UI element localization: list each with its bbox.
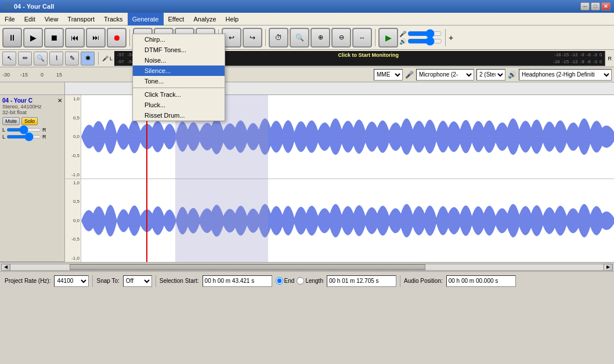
track-bit: 32-bit float	[2, 110, 62, 115]
api-dropdown[interactable]: MME	[374, 69, 403, 81]
output-volume-slider[interactable]	[407, 39, 442, 43]
maximize-button[interactable]: □	[591, 2, 600, 10]
vu-num2: -18	[553, 59, 560, 64]
speaker-icon: 🔊	[508, 71, 517, 79]
zoom-tool4[interactable]: ↔	[352, 28, 372, 48]
mic-input-icon: 🎤	[405, 71, 414, 79]
y-label-05: 0,5	[65, 115, 81, 121]
generate-risset-drum[interactable]: Risset Drum...	[133, 110, 225, 121]
menu-generate[interactable]: Generate	[128, 13, 164, 26]
scrollbar-thumb[interactable]	[70, 264, 425, 270]
end-radio[interactable]	[276, 277, 283, 285]
generate-silence[interactable]: Silence...	[133, 65, 225, 76]
redo-button[interactable]: ↪	[243, 28, 262, 48]
menu-view[interactable]: View	[40, 13, 63, 26]
zoom-tool2[interactable]: ⊕	[310, 28, 330, 48]
titlebar: 🎵 04 - Your Call ─ □ ✕	[0, 0, 614, 13]
input-device-dropdown[interactable]: Microphone (2-	[416, 69, 474, 81]
skip-back-button[interactable]: ⏮	[65, 28, 85, 48]
device-row: -30 -15 0 15 MME 🎤 Microphone (2- 2 (Ste…	[0, 67, 614, 82]
menu-transport[interactable]: Transport	[63, 13, 99, 26]
end-value-display[interactable]: 00 h 01 m 12.705 s	[327, 275, 396, 287]
audio-position-label: Audio Position:	[404, 278, 443, 284]
track-type: Stereo, 44100Hz	[2, 104, 62, 110]
audio-position-display[interactable]: 00 h 00 m 00.000 s	[446, 275, 516, 287]
y-label-b-05: 0,5	[65, 199, 81, 204]
close-button[interactable]: ✕	[601, 2, 611, 10]
snap-select[interactable]: Off	[123, 275, 152, 287]
vol-label: L	[2, 134, 5, 140]
vu-num: -9	[580, 52, 584, 57]
play-from-button[interactable]: ▶	[378, 28, 398, 48]
track-close[interactable]: ✕	[57, 97, 62, 104]
stop-button[interactable]: ⏹	[44, 28, 64, 48]
generate-chirp[interactable]: Chirp...	[133, 34, 225, 45]
zoom-tool3[interactable]: ⊖	[331, 28, 351, 48]
selection-start-value[interactable]: 00 h 00 m 43.421 s	[203, 275, 272, 287]
menu-help[interactable]: Help	[221, 13, 244, 26]
generate-pluck[interactable]: Pluck...	[133, 100, 225, 110]
track-name[interactable]: 04 - Your C	[2, 97, 32, 104]
menu-file[interactable]: File	[0, 13, 20, 26]
title-area: 🎵 04 - Your Call	[3, 3, 54, 10]
menu-effect[interactable]: Effect	[164, 13, 189, 26]
vu-num: -6	[587, 52, 591, 57]
menu-analyze[interactable]: Analyze	[189, 13, 221, 26]
pencil-tool[interactable]: ✏	[18, 52, 32, 65]
length-radio-label[interactable]: Length	[297, 277, 323, 285]
statusbar: Project Rate (Hz): 44100 Snap To: Off Se…	[0, 271, 614, 290]
track-headers: 04 - Your C ✕ Stereo, 44100Hz 32-bit flo…	[0, 82, 65, 262]
menu-tracks[interactable]: Tracks	[99, 13, 128, 26]
generate-noise[interactable]: Noise...	[133, 55, 225, 65]
minimize-button[interactable]: ─	[580, 2, 590, 10]
multi-tool[interactable]: ✱	[81, 52, 95, 65]
channel-dropdown[interactable]: 2 (Stereo)	[476, 69, 505, 81]
vol-ruler-0: 0	[41, 72, 44, 78]
timer-button[interactable]: ⏱	[269, 28, 288, 48]
input-vol-icon: 🎤	[399, 31, 406, 37]
hscrollbar[interactable]: ◀ ▶	[0, 262, 614, 271]
end-label: End	[284, 278, 295, 284]
solo-button[interactable]: Solo	[21, 117, 38, 125]
y-label-b-m1: -1,0	[65, 256, 81, 261]
scrollbar-track[interactable]	[10, 264, 604, 271]
zoom-tool[interactable]: 🔍	[34, 52, 48, 65]
mute-button[interactable]: Mute	[2, 117, 20, 125]
scroll-right-btn[interactable]: ▶	[604, 264, 613, 271]
vu-num2: -9	[580, 59, 584, 64]
generate-dtmf[interactable]: DTMF Tones...	[133, 45, 225, 55]
vu-num2: -12	[571, 59, 578, 64]
scroll-left-btn[interactable]: ◀	[1, 264, 10, 271]
project-rate-select[interactable]: 44100	[54, 275, 89, 287]
track-header-1: 04 - Your C ✕ Stereo, 44100Hz 32-bit flo…	[0, 95, 64, 262]
envelope-tool[interactable]: ⌇	[49, 52, 63, 65]
output-device-dropdown[interactable]: Headphones (2-High Definiti	[519, 69, 612, 81]
zoom-tool1[interactable]: 🔍	[290, 28, 309, 48]
generate-tone[interactable]: Tone...	[133, 76, 225, 86]
record-button[interactable]: ⏺	[107, 28, 127, 48]
select-tool[interactable]: ↖	[2, 52, 16, 65]
length-radio[interactable]	[297, 277, 304, 285]
input-volume-slider[interactable]	[407, 31, 442, 36]
end-value-text: 00 h 01 m 12.705 s	[329, 278, 379, 284]
window-title: 04 - Your Call	[14, 3, 54, 10]
toolbar-separator-1	[129, 29, 130, 46]
waveform-channel-r[interactable]: 1,0 0,5 0,0 -0,5 -1,0	[65, 179, 614, 263]
skip-forward-button[interactable]: ⏭	[86, 28, 106, 48]
status-sep-2	[156, 275, 156, 287]
end-radio-label[interactable]: End	[276, 277, 295, 285]
vu-num2: -6	[587, 59, 591, 64]
vu-num: 0	[599, 52, 602, 57]
pause-button[interactable]: ⏸	[2, 28, 22, 48]
vu-num2: -57	[117, 59, 124, 64]
app-icon: 🎵	[3, 3, 12, 10]
menu-edit[interactable]: Edit	[20, 13, 40, 26]
pan-slider[interactable]	[6, 128, 41, 132]
generate-click-track[interactable]: Click Track...	[133, 89, 225, 100]
status-sep-3	[400, 275, 400, 287]
vol-slider[interactable]	[6, 135, 41, 139]
play-button[interactable]: ▶	[23, 28, 43, 48]
click-to-start[interactable]: Click to Start Monitoring	[183, 52, 554, 58]
length-label: Length	[305, 278, 323, 284]
draw-tool[interactable]: ✎	[65, 52, 79, 65]
